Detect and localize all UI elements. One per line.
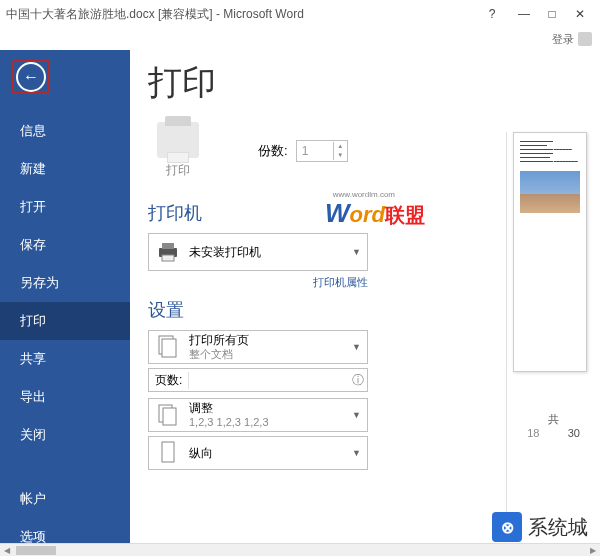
copies-label: 份数: — [258, 142, 288, 160]
info-icon[interactable]: ⓘ — [349, 372, 367, 389]
preview-page-left[interactable]: 18 — [527, 427, 539, 439]
sidebar-item-new[interactable]: 新建 — [0, 150, 130, 188]
printer-dropdown[interactable]: 未安装打印机 ▼ — [148, 233, 368, 271]
svg-rect-4 — [162, 339, 176, 357]
sidebar-item-saveas[interactable]: 另存为 — [0, 264, 130, 302]
sidebar-item-info[interactable]: 信息 — [0, 112, 130, 150]
copies-value: 1 — [297, 144, 333, 158]
close-button[interactable]: ✕ — [566, 7, 594, 21]
print-scope-dropdown[interactable]: 打印所有页 整个文档 ▼ — [148, 330, 368, 364]
collate-subtitle: 1,2,3 1,2,3 1,2,3 — [189, 416, 344, 429]
sidebar-item-account[interactable]: 帐户 — [0, 480, 130, 518]
printer-icon — [155, 239, 181, 265]
scroll-left-icon[interactable]: ◀ — [0, 546, 14, 555]
orientation-title: 纵向 — [189, 446, 344, 460]
preview-total-label: 共 — [513, 412, 594, 427]
print-button-label: 打印 — [148, 162, 208, 179]
print-backstage: 打印 打印 份数: 1 ▲▼ www.wordlm.com Word联盟 打印机 — [130, 50, 600, 556]
horizontal-scrollbar[interactable]: ◀ ▶ — [0, 543, 600, 556]
minimize-button[interactable]: — — [510, 7, 538, 21]
sidebar-item-share[interactable]: 共享 — [0, 340, 130, 378]
spinner-down-icon[interactable]: ▼ — [333, 151, 347, 160]
chevron-down-icon: ▼ — [352, 448, 361, 458]
window-title: 中国十大著名旅游胜地.docx [兼容模式] - Microsoft Word — [6, 6, 478, 23]
collate-title: 调整 — [189, 401, 344, 415]
site-watermark: ⊗ 系统城 — [492, 512, 588, 542]
copies-spinner[interactable]: 1 ▲▼ — [296, 140, 348, 162]
svg-rect-7 — [162, 442, 174, 462]
back-button[interactable]: ← — [12, 60, 50, 94]
svg-rect-6 — [163, 408, 176, 425]
print-preview-pane: ▬▬▬▬▬▬▬▬▬▬▬ ▬▬▬▬▬▬▬▬▬ ▬▬▬▬▬▬▬▬▬▬▬ ▬▬▬▬▬▬… — [506, 132, 594, 512]
chevron-down-icon: ▼ — [352, 247, 361, 257]
sidebar-item-open[interactable]: 打开 — [0, 188, 130, 226]
pages-icon — [155, 334, 181, 360]
avatar-icon[interactable] — [578, 32, 592, 46]
svg-rect-1 — [162, 243, 174, 249]
pages-input-row: 页数: ⓘ — [148, 368, 368, 392]
pages-label: 页数: — [149, 372, 189, 389]
chevron-down-icon: ▼ — [352, 342, 361, 352]
preview-page[interactable]: ▬▬▬▬▬▬▬▬▬▬▬ ▬▬▬▬▬▬▬▬▬ ▬▬▬▬▬▬▬▬▬▬▬ ▬▬▬▬▬▬… — [513, 132, 587, 372]
print-button[interactable]: 打印 — [148, 122, 208, 179]
orientation-dropdown[interactable]: 纵向 ▼ — [148, 436, 368, 470]
sidebar-item-save[interactable]: 保存 — [0, 226, 130, 264]
portrait-icon — [155, 440, 181, 466]
scroll-right-icon[interactable]: ▶ — [586, 546, 600, 555]
scroll-thumb[interactable] — [16, 546, 56, 555]
scope-subtitle: 整个文档 — [189, 348, 344, 361]
backstage-sidebar: ← 信息 新建 打开 保存 另存为 打印 共享 导出 关闭 帐户 选项 — [0, 50, 130, 556]
svg-rect-2 — [162, 255, 174, 261]
help-icon[interactable]: ? — [478, 7, 506, 21]
sidebar-item-export[interactable]: 导出 — [0, 378, 130, 416]
collate-dropdown[interactable]: 调整 1,2,3 1,2,3 1,2,3 ▼ — [148, 398, 368, 432]
back-arrow-icon: ← — [16, 62, 46, 92]
site-logo-icon: ⊗ — [492, 512, 522, 542]
printer-name: 未安装打印机 — [189, 245, 344, 259]
login-link[interactable]: 登录 — [552, 32, 574, 47]
preview-page-right[interactable]: 30 — [568, 427, 580, 439]
scope-title: 打印所有页 — [189, 333, 344, 347]
printer-icon — [157, 122, 199, 158]
printer-properties-link[interactable]: 打印机属性 — [148, 275, 368, 290]
spinner-up-icon[interactable]: ▲ — [333, 142, 347, 151]
sidebar-item-close[interactable]: 关闭 — [0, 416, 130, 454]
page-title: 打印 — [148, 60, 582, 106]
chevron-down-icon: ▼ — [352, 410, 361, 420]
sidebar-item-print[interactable]: 打印 — [0, 302, 130, 340]
collate-icon — [155, 402, 181, 428]
maximize-button[interactable]: □ — [538, 7, 566, 21]
